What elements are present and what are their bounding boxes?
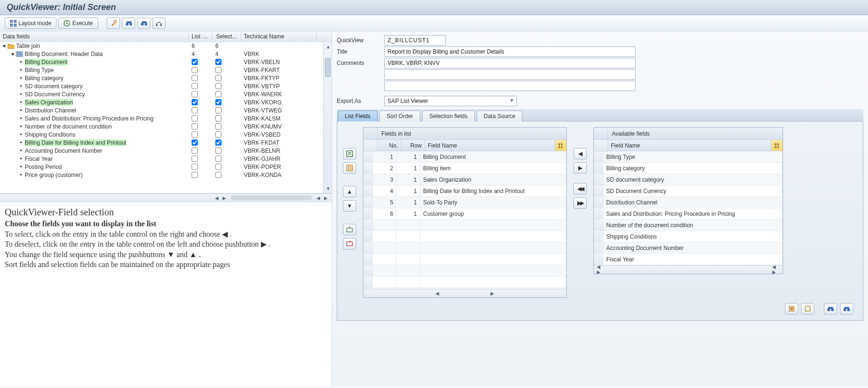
deselect-all-button[interactable] [801,303,814,314]
comments-input-1[interactable] [384,58,636,68]
tab-sort-order[interactable]: Sort Order [379,111,420,121]
tree-row[interactable]: •SD document categoryVBRK-VBTYP [0,82,332,90]
list-item[interactable]: 11Billing Document [363,151,566,163]
selection-checkbox[interactable] [215,83,222,89]
tree-row[interactable]: •SD Document CurrencyVBRK-WAERK [0,90,332,98]
move-all-right-button[interactable]: ▶▶ [573,197,587,209]
list-item[interactable]: Shipping Conditions [594,231,783,242]
listfields-checkbox[interactable] [192,91,198,97]
listfields-checkbox[interactable] [192,99,198,105]
selection-checkbox[interactable] [215,123,222,129]
expand-icon[interactable]: ▾ [11,51,14,57]
tool-icon-2[interactable] [122,18,135,29]
selection-checkbox[interactable] [215,131,222,138]
scroll-left-icon[interactable]: ◀ [213,194,221,202]
list-item[interactable]: Sales and Distribution: Pricing Procedur… [594,208,783,220]
export-select[interactable] [384,96,517,106]
selection-checkbox[interactable] [215,115,222,121]
list-item[interactable]: 41Billing Date for Billing Index and Pri… [363,185,566,197]
avail-scroll-right-icon[interactable]: ◀ ▶ [772,266,780,273]
list-item[interactable] [363,242,566,254]
available-hscroll[interactable]: ◀ ▶ ◀ ▶ [594,265,783,274]
listfields-checkbox[interactable] [192,131,198,138]
add-row-button[interactable] [343,224,356,235]
move-up-button[interactable]: ▲ [343,186,356,197]
detail-view-button[interactable] [343,148,356,159]
tree-row[interactable]: •Billing categoryVBRK-FKTYP [0,74,332,82]
tree-row[interactable]: •Price group (customer)VBRK-KONDA [0,171,332,179]
list-item[interactable] [363,254,566,265]
tab-list-fields[interactable]: List Fields [338,111,378,121]
col-select[interactable]: Select... [212,32,241,41]
tree-row[interactable]: •Billing Date for Billing Index and Prin… [0,139,332,147]
quickview-input[interactable] [384,35,446,46]
listfields-checkbox[interactable] [192,83,198,89]
col-data-fields[interactable]: Data fields [0,32,189,41]
list-item[interactable] [363,265,566,277]
list-item[interactable]: 31Sales Organization [363,174,566,185]
move-down-button[interactable]: ▼ [343,200,356,212]
listfields-checkbox[interactable] [192,123,198,129]
tree-row[interactable]: •Posting PeriodVBRK-POPER [0,163,332,171]
listfields-checkbox[interactable] [192,67,198,73]
scroll-thumb[interactable] [325,58,331,77]
tab-selection-fields[interactable]: Selection fields [422,111,475,121]
list-item[interactable]: SD Document Currency [594,185,783,197]
listfields-checkbox[interactable] [192,115,198,121]
find-next-button[interactable] [840,303,853,314]
tree-row[interactable]: •Fiscal YearVBRK-GJAHR [0,155,332,163]
list-item[interactable] [363,220,566,231]
col-fieldname[interactable]: Field Name [425,140,555,151]
tree-row[interactable]: •Billing TypeVBRK-FKART [0,66,332,74]
chevron-down-icon[interactable]: ▼ [509,98,514,103]
selection-checkbox[interactable] [215,75,222,81]
avail-scroll-left-icon[interactable]: ◀ ▶ [597,266,604,273]
move-left-button[interactable]: ◀ [573,148,587,159]
tree-row[interactable]: •Billing DocumentVBRK-VBELN [0,58,332,66]
list-item[interactable] [363,231,566,242]
list-item[interactable]: Billing Type [594,151,783,163]
list-item[interactable]: Number of the document condition [594,220,783,231]
tree-row[interactable]: •Accounting Document NumberVBRK-BELNR [0,147,332,155]
tree-row[interactable]: ▾Billing Document: Header Data44VBRK [0,50,332,58]
list-item[interactable]: Fiscal Year [594,254,783,265]
listfields-checkbox[interactable] [192,59,198,65]
comments-input-2[interactable] [384,69,636,80]
list-item[interactable] [363,277,566,288]
list-item[interactable]: 21Billing item [363,163,566,174]
execute-button[interactable]: Execute [58,18,98,29]
move-all-left-button[interactable]: ◀◀ [573,183,587,194]
fields-scroll-right-icon[interactable]: ▶ [489,289,496,297]
tree-vertical-scrollbar[interactable]: ▲ ▼ [323,42,332,193]
tree-row[interactable]: •Shipping ConditionsVBRK-VSBED [0,130,332,139]
title-input[interactable] [384,46,636,57]
list-item[interactable]: Accounting Document Number [594,242,783,254]
grid-settings-button[interactable] [555,140,566,151]
selection-checkbox[interactable] [215,59,222,65]
selection-checkbox[interactable] [215,107,222,113]
listfields-checkbox[interactable] [192,139,198,146]
col-listfi[interactable]: List fi... [189,32,212,41]
expand-icon[interactable]: ▾ [3,43,6,49]
col-row[interactable]: Row [401,140,425,151]
selection-checkbox[interactable] [215,164,222,170]
listfields-checkbox[interactable] [192,148,198,154]
fields-hscroll[interactable]: ◀ ▶ [363,289,566,297]
select-all-button[interactable] [785,303,798,314]
available-grid-settings-button[interactable] [771,140,783,151]
listfields-checkbox[interactable] [192,156,198,162]
tree-row[interactable]: •Sales OrganizationVBRK-VKORG [0,98,332,106]
move-right-button[interactable]: ▶ [573,162,587,174]
comments-input-3[interactable] [384,81,636,91]
selection-checkbox[interactable] [215,99,222,105]
tree-horizontal-scrollbar[interactable]: ◀ ▶ ◀ ▶ [0,194,332,202]
scroll-down-icon[interactable]: ▼ [324,185,332,192]
list-item[interactable]: Distribution Channel [594,197,783,208]
col-available-fieldname[interactable]: Field Name [608,140,771,151]
list-item[interactable]: SD document category [594,174,783,185]
scroll-up-icon[interactable]: ▲ [324,43,332,50]
list-item[interactable]: Billing category [594,163,783,174]
listfields-checkbox[interactable] [192,164,198,170]
list-item[interactable]: 51Sold-To Party [363,197,566,208]
listfields-checkbox[interactable] [192,75,198,81]
